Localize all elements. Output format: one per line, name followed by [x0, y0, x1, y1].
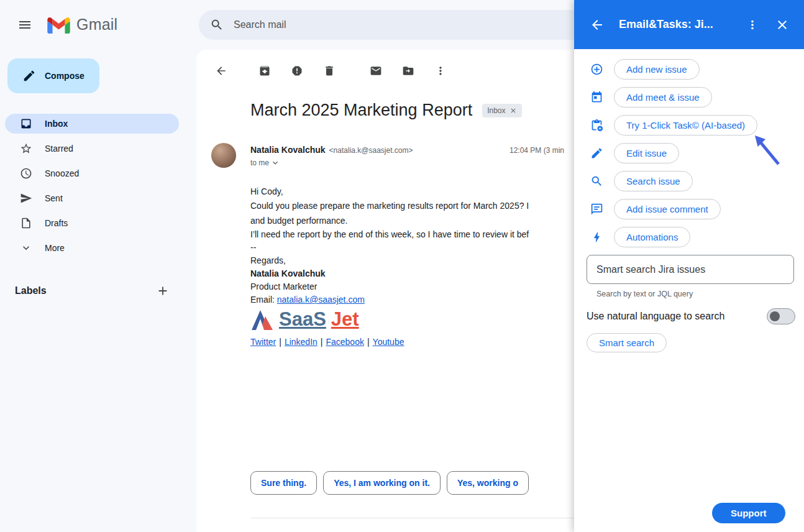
sidebar-item-inbox[interactable]: Inbox — [5, 114, 179, 134]
move-to-button[interactable] — [396, 58, 421, 83]
email-timestamp: 12:04 PM (3 min — [509, 146, 564, 155]
sidebar-item-label: Snoozed — [45, 168, 79, 178]
smart-reply-2[interactable]: Yes, I am working on it. — [323, 471, 441, 495]
signature-email-line: Email: natalia.k@saasjet.com — [250, 293, 623, 306]
panel-title: Email&Tasks: Ji... — [619, 18, 713, 31]
search-bar[interactable] — [199, 10, 634, 40]
report-spam-button[interactable] — [285, 58, 309, 83]
add-new-issue-button[interactable]: Add new issue — [614, 59, 700, 80]
edit-icon — [590, 147, 603, 160]
regards: Regards, — [250, 254, 623, 267]
sidebar-item-snoozed[interactable]: Snoozed — [5, 163, 179, 183]
twitter-link[interactable]: Twitter — [250, 337, 276, 347]
more-vert-icon — [746, 18, 759, 32]
more-options-button[interactable] — [428, 58, 453, 83]
saasjet-logo-mark-icon — [250, 310, 274, 330]
delete-button[interactable] — [317, 58, 342, 83]
sender-avatar[interactable] — [211, 143, 236, 168]
archive-button[interactable] — [252, 58, 277, 83]
hamburger-menu-icon — [17, 17, 32, 32]
automations-button[interactable]: Automations — [614, 227, 690, 247]
sidebar-item-more[interactable]: More — [5, 238, 179, 258]
sidebar-item-label: Starred — [45, 144, 73, 154]
add-circle-icon — [590, 63, 603, 76]
chevron-down-icon — [20, 242, 32, 254]
sender-address: <natalia.k@saasjet.com> — [329, 146, 413, 155]
natural-language-toggle[interactable] — [767, 308, 795, 324]
sidebar-item-label: Inbox — [45, 119, 68, 129]
greeting: Hi Cody, — [250, 185, 623, 198]
close-icon — [775, 17, 790, 32]
paragraph-1: Could you please prepare the marketing r… — [250, 198, 623, 228]
natural-language-label: Use natural language to search — [587, 311, 724, 322]
back-button[interactable] — [209, 58, 234, 83]
signature-divider: -- — [250, 241, 623, 254]
panel-close-button[interactable] — [774, 17, 790, 33]
sidebar-item-label: Sent — [45, 193, 63, 203]
calendar-icon — [590, 91, 603, 104]
search-icon — [590, 175, 603, 188]
to-me-dropdown[interactable]: to me — [250, 158, 280, 168]
labels-section: Labels — [15, 281, 173, 301]
panel-actions: Add new issue Add meet & issue Try 1-Cli… — [574, 55, 804, 251]
smart-search-input[interactable] — [587, 255, 794, 284]
gmail-logo: Gmail — [47, 16, 117, 34]
compose-button[interactable]: Compose — [7, 58, 99, 93]
report-spam-icon — [291, 65, 303, 77]
sidebar-item-drafts[interactable]: Drafts — [5, 213, 179, 233]
linkedin-link[interactable]: LinkedIn — [285, 337, 317, 347]
smart-reply-3[interactable]: Yes, working o — [447, 471, 529, 495]
send-icon — [20, 192, 32, 204]
sidebar-nav: Inbox Starred Snoozed Sent Drafts — [0, 114, 186, 263]
add-issue-comment-button[interactable]: Add issue comment — [614, 199, 721, 219]
search-input[interactable] — [232, 19, 531, 31]
try-one-click-task-button[interactable]: Try 1-Click Task© (AI-based) — [614, 115, 757, 135]
saasjet-logo-text-saas: SaaS — [279, 309, 326, 330]
inbox-icon — [20, 117, 32, 130]
add-label-button[interactable] — [153, 281, 173, 301]
email-body: Hi Cody, Could you please prepare the ma… — [250, 185, 623, 349]
chip-close-button[interactable] — [509, 107, 517, 114]
comment-icon — [590, 203, 603, 216]
panel-back-button[interactable] — [589, 17, 605, 33]
bolt-icon — [590, 231, 603, 244]
support-button[interactable]: Support — [712, 503, 785, 523]
search-hint: Search by text or JQL query — [596, 290, 693, 298]
smart-replies: Sure thing. Yes, I am working on it. Yes… — [250, 471, 529, 495]
smart-reply-1[interactable]: Sure thing. — [250, 471, 317, 495]
pencil-icon — [22, 69, 36, 83]
draft-icon — [20, 217, 32, 229]
close-icon — [509, 107, 517, 114]
social-links: Twitter|LinkedIn|Facebook|Youtube — [250, 336, 623, 349]
sidebar-item-starred[interactable]: Starred — [5, 139, 179, 158]
add-task-icon — [590, 119, 603, 132]
clock-icon — [20, 167, 32, 180]
labels-title: Labels — [15, 285, 47, 296]
edit-issue-button[interactable]: Edit issue — [614, 143, 679, 163]
youtube-link[interactable]: Youtube — [373, 337, 404, 347]
hamburger-menu-button[interactable] — [10, 10, 40, 40]
saasjet-logo: SaaSJet — [250, 306, 623, 330]
more-vert-icon — [434, 65, 447, 77]
panel-more-button[interactable] — [744, 17, 761, 33]
mark-unread-button[interactable] — [363, 58, 388, 83]
plus-icon — [156, 284, 170, 298]
chevron-down-icon — [270, 158, 280, 168]
toggle-knob — [770, 311, 780, 321]
gmail-logo-text: Gmail — [76, 16, 117, 34]
sidebar-item-label: More — [45, 243, 65, 253]
smart-search-button[interactable]: Smart search — [587, 333, 667, 352]
signature-email-link[interactable]: natalia.k@saasjet.com — [277, 295, 365, 305]
trash-icon — [323, 65, 336, 77]
paragraph-2: I’ll need the report by the end of this … — [250, 228, 623, 241]
chip-label: Inbox — [487, 106, 505, 115]
sidebar-item-label: Drafts — [45, 218, 68, 228]
saasjet-logo-text-jet: Jet — [331, 309, 359, 330]
inbox-label-chip[interactable]: Inbox — [482, 104, 521, 117]
star-icon — [20, 142, 32, 155]
facebook-link[interactable]: Facebook — [326, 337, 363, 347]
sender-name: Natalia Kovalchuk — [250, 145, 326, 155]
search-issue-button[interactable]: Search issue — [614, 171, 693, 191]
sidebar-item-sent[interactable]: Sent — [5, 188, 179, 208]
add-meet-issue-button[interactable]: Add meet & issue — [614, 87, 712, 108]
